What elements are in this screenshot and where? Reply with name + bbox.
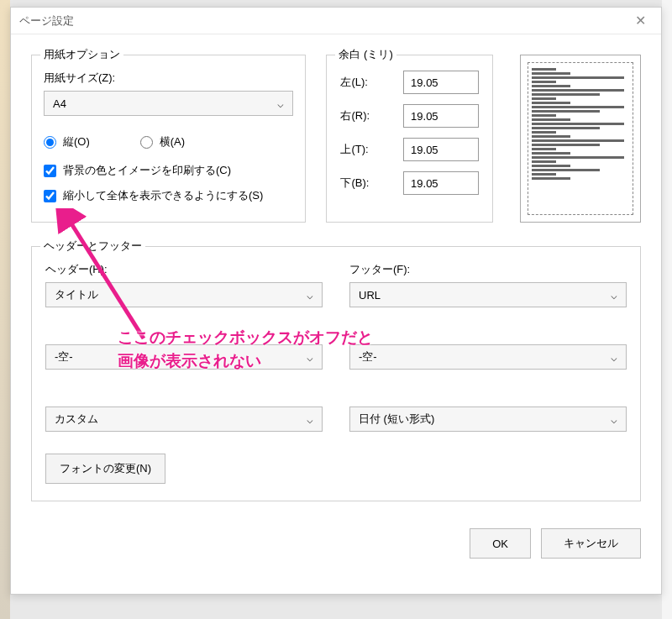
change-font-button[interactable]: フォントの変更(N): [45, 454, 165, 484]
shrink-label: 縮小して全体を表示できるようにする(S): [63, 188, 263, 203]
portrait-label: 縦(O): [63, 134, 90, 150]
paper-size-select[interactable]: A4 ⌵: [44, 91, 293, 116]
print-bg-checkbox-input[interactable]: [44, 165, 56, 177]
chevron-down-icon: ⌵: [611, 289, 617, 302]
titlebar: ページ設定 ✕: [11, 8, 661, 34]
paper-size-label: 用紙サイズ(Z):: [44, 71, 293, 86]
header-1-value: タイトル: [55, 287, 98, 302]
footer-1-value: URL: [359, 289, 381, 302]
margin-left-label: 左(L):: [340, 75, 368, 90]
header-footer-group: ヘッダーとフッター ヘッダー(H): フッター(F): タイトル ⌵ URL ⌵: [31, 246, 641, 501]
dialog-title: ページ設定: [19, 13, 74, 29]
header-column-label: ヘッダー(H):: [45, 262, 323, 277]
print-background-checkbox[interactable]: 背景の色とイメージを印刷する(C): [44, 163, 293, 178]
landscape-label: 横(A): [160, 134, 185, 150]
footer-select-3[interactable]: 日付 (短い形式) ⌵: [349, 407, 627, 432]
page-setup-dialog: ページ設定 ✕ 用紙オプション 用紙サイズ(Z): A4 ⌵ 縦(O): [10, 7, 662, 595]
footer-2-value: -空-: [359, 349, 377, 365]
margin-top-input[interactable]: [403, 138, 479, 161]
chevron-down-icon: ⌵: [611, 413, 617, 426]
chevron-down-icon: ⌵: [307, 289, 313, 302]
margin-left-input[interactable]: [403, 71, 479, 94]
footer-select-2[interactable]: -空- ⌵: [349, 344, 627, 370]
portrait-radio-input[interactable]: [44, 136, 56, 149]
chevron-down-icon: ⌵: [611, 351, 617, 364]
print-bg-label: 背景の色とイメージを印刷する(C): [63, 163, 231, 178]
margin-bottom-label: 下(B):: [340, 176, 369, 191]
paper-size-value: A4: [53, 97, 66, 110]
header-select-1[interactable]: タイトル ⌵: [45, 282, 323, 307]
chevron-down-icon: ⌵: [307, 413, 313, 426]
paper-options-label: 用紙オプション: [40, 47, 123, 62]
shrink-to-fit-checkbox[interactable]: 縮小して全体を表示できるようにする(S): [44, 188, 293, 203]
header-select-3[interactable]: カスタム ⌵: [45, 407, 323, 432]
margins-label: 余白 (ミリ): [335, 47, 396, 62]
header-2-value: -空-: [55, 349, 73, 365]
orientation-landscape-radio[interactable]: 横(A): [140, 134, 185, 150]
shrink-checkbox-input[interactable]: [44, 190, 56, 202]
margin-top-label: 上(T):: [340, 142, 368, 157]
close-icon[interactable]: ✕: [628, 9, 653, 32]
footer-column-label: フッター(F):: [349, 262, 627, 277]
paper-options-group: 用紙オプション 用紙サイズ(Z): A4 ⌵ 縦(O) 横(A): [31, 55, 306, 223]
orientation-portrait-radio[interactable]: 縦(O): [44, 134, 90, 150]
margin-bottom-input[interactable]: [403, 171, 479, 195]
header-select-2[interactable]: -空- ⌵: [45, 344, 323, 370]
footer-3-value: 日付 (短い形式): [359, 412, 434, 427]
cancel-button[interactable]: キャンセル: [541, 528, 641, 559]
landscape-radio-input[interactable]: [140, 136, 153, 149]
header-footer-label: ヘッダーとフッター: [40, 239, 145, 254]
ok-button[interactable]: OK: [470, 528, 531, 559]
page-preview: [520, 55, 641, 223]
margins-group: 余白 (ミリ) 左(L): 右(R): 上(T): 下(B):: [326, 55, 493, 223]
chevron-down-icon: ⌵: [277, 97, 284, 110]
footer-select-1[interactable]: URL ⌵: [349, 282, 627, 307]
chevron-down-icon: ⌵: [307, 351, 313, 364]
margin-right-label: 右(R):: [340, 108, 370, 123]
header-3-value: カスタム: [55, 412, 98, 427]
margin-right-input[interactable]: [403, 104, 479, 128]
